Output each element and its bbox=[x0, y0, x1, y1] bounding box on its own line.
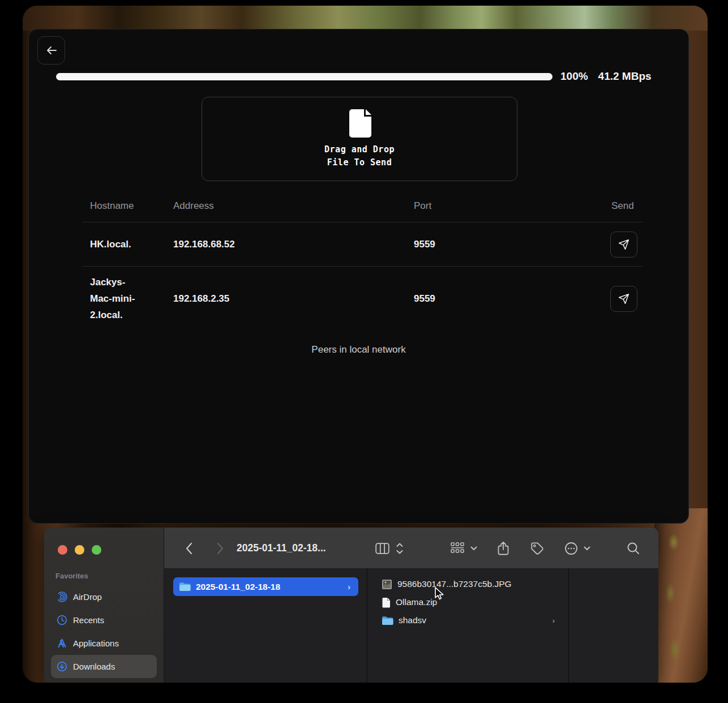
back-nav-button[interactable] bbox=[180, 528, 197, 569]
column-view-icon[interactable] bbox=[375, 528, 389, 569]
peer-address: 192.168.68.52 bbox=[173, 239, 414, 250]
downloads-icon bbox=[57, 661, 67, 672]
sidebar-item-label: AirDrop bbox=[73, 592, 102, 602]
document-file-icon bbox=[382, 597, 391, 608]
transfer-progress: 100% 41.2 MBps bbox=[56, 70, 682, 83]
search-icon[interactable] bbox=[626, 528, 641, 569]
peer-hostname: HK.local. bbox=[90, 239, 173, 250]
dropzone-line1: Drag and Drop bbox=[324, 144, 395, 155]
chevron-right-icon: › bbox=[348, 582, 350, 591]
peer-table-header: Hostname Addreess Port Send bbox=[83, 197, 643, 222]
progress-percent: 100% bbox=[560, 70, 588, 83]
progress-bar bbox=[56, 73, 553, 80]
chevron-right-icon: › bbox=[553, 616, 555, 625]
back-button[interactable] bbox=[37, 36, 65, 65]
sidebar-item-airdrop[interactable]: AirDrop bbox=[51, 585, 157, 608]
finder-toolbar: 2025-01-11_02-18... bbox=[164, 528, 658, 569]
desktop: 100% 41.2 MBps Drag and Drop File To Sen… bbox=[23, 6, 708, 683]
more-actions-icon[interactable] bbox=[564, 528, 579, 569]
transfer-speed: 41.2 MBps bbox=[598, 70, 652, 83]
dropzone-line2: File To Send bbox=[327, 157, 392, 168]
file-share-app-window: 100% 41.2 MBps Drag and Drop File To Sen… bbox=[28, 29, 689, 524]
airdrop-icon bbox=[57, 591, 67, 602]
file-name: 9586b30147...b7237c5b.JPG bbox=[397, 579, 512, 589]
peer-row: HK.local. 192.168.68.52 9559 bbox=[83, 222, 643, 267]
file-row-zip[interactable]: Ollama.zip bbox=[367, 593, 568, 611]
view-sort-chevrons-icon[interactable] bbox=[395, 528, 404, 569]
favorites-section: Favorites AirDrop bbox=[44, 572, 164, 678]
peer-row: Jackys-Mac-mini-2.local. 192.168.2.35 95… bbox=[83, 267, 643, 331]
finder-column-browser: 2025-01-11_02-18-18 › 9586b30147...b7237… bbox=[164, 569, 658, 683]
col-header-address: Addreess bbox=[173, 200, 414, 212]
sidebar-item-label: Recents bbox=[73, 615, 104, 625]
column-divider bbox=[568, 569, 569, 683]
dropzone[interactable]: Drag and Drop File To Send bbox=[202, 97, 517, 181]
folder-icon bbox=[382, 616, 393, 625]
group-by-icon[interactable] bbox=[451, 528, 465, 569]
sidebar-item-downloads[interactable]: Downloads bbox=[51, 655, 157, 678]
folder-icon bbox=[179, 582, 191, 591]
wallpaper-right-strip bbox=[654, 508, 708, 683]
file-row-shadsv[interactable]: shadsv › bbox=[367, 611, 568, 629]
peer-port: 9559 bbox=[414, 293, 610, 305]
peers-caption: Peers in local network bbox=[29, 344, 688, 355]
folder-name: 2025-01-11_02-18-18 bbox=[196, 582, 280, 592]
col-header-hostname: Hostname bbox=[90, 200, 173, 212]
window-controls bbox=[58, 545, 101, 555]
col-header-port: Port bbox=[414, 200, 610, 212]
dropzone-label: Drag and Drop File To Send bbox=[324, 143, 395, 169]
sidebar-item-recents[interactable]: Recents bbox=[51, 608, 157, 632]
send-button[interactable] bbox=[610, 232, 637, 258]
more-actions-chevron-icon[interactable] bbox=[583, 528, 591, 569]
applications-icon bbox=[57, 638, 67, 649]
wallpaper-top-strip bbox=[23, 6, 708, 31]
clock-icon bbox=[57, 615, 67, 625]
file-name: Ollama.zip bbox=[396, 597, 437, 607]
peer-table: Hostname Addreess Port Send HK.local. 19… bbox=[83, 197, 643, 331]
back-arrow-icon bbox=[45, 44, 58, 57]
sidebar-item-label: Applications bbox=[73, 638, 119, 648]
peer-port: 9559 bbox=[414, 239, 610, 250]
file-icon bbox=[347, 109, 372, 138]
finder-sidebar: Favorites AirDrop bbox=[44, 528, 164, 683]
paper-plane-icon bbox=[618, 239, 629, 250]
tag-icon[interactable] bbox=[530, 528, 545, 569]
forward-nav-button[interactable] bbox=[212, 528, 229, 569]
group-by-chevron-icon[interactable] bbox=[470, 528, 478, 569]
window-title: 2025-01-11_02-18... bbox=[237, 528, 326, 569]
selected-folder-row[interactable]: 2025-01-11_02-18-18 › bbox=[173, 577, 358, 596]
close-window-button[interactable] bbox=[58, 545, 67, 555]
send-button[interactable] bbox=[610, 286, 637, 312]
peer-hostname: Jackys-Mac-mini-2.local. bbox=[90, 274, 142, 323]
file-name: shadsv bbox=[399, 615, 426, 625]
file-row-jpg[interactable]: 9586b30147...b7237c5b.JPG bbox=[367, 575, 568, 593]
zoom-window-button[interactable] bbox=[92, 545, 101, 555]
minimize-window-button[interactable] bbox=[75, 545, 84, 555]
share-icon[interactable] bbox=[496, 528, 511, 569]
sidebar-item-applications[interactable]: Applications bbox=[51, 632, 157, 655]
file-list: 9586b30147...b7237c5b.JPG Ollama.zip sha… bbox=[367, 575, 568, 629]
col-header-send: Send bbox=[610, 200, 643, 212]
mouse-cursor bbox=[432, 586, 446, 601]
finder-window: Favorites AirDrop bbox=[44, 528, 658, 683]
sidebar-item-label: Downloads bbox=[73, 662, 115, 671]
paper-plane-icon bbox=[618, 293, 629, 305]
favorites-heading: Favorites bbox=[55, 572, 164, 580]
peer-address: 192.168.2.35 bbox=[173, 293, 414, 305]
image-thumbnail-icon bbox=[382, 579, 392, 590]
